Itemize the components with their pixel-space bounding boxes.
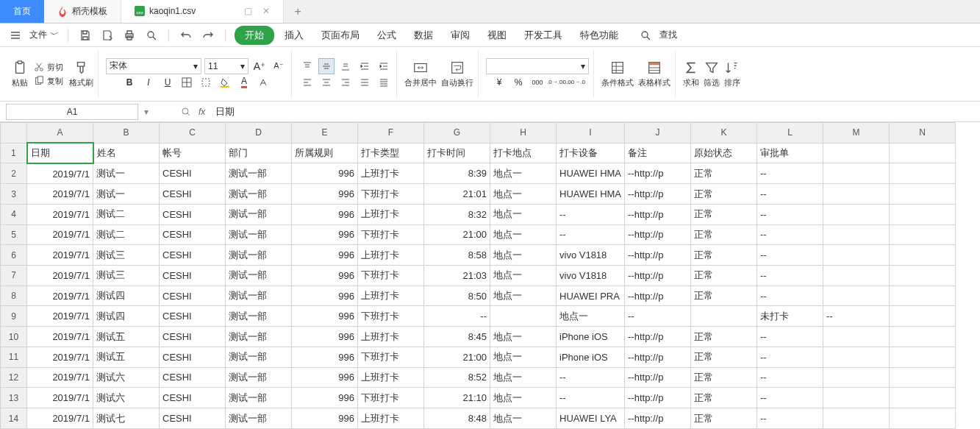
col-header-E[interactable]: E — [292, 123, 358, 143]
cell-N1[interactable] — [890, 143, 956, 163]
cell-I4[interactable]: -- — [557, 204, 625, 224]
cell-K6[interactable]: 正常 — [691, 245, 757, 266]
cell-K11[interactable]: 正常 — [691, 347, 757, 367]
cell-M1[interactable] — [823, 143, 890, 163]
row-header-4[interactable]: 4 — [1, 204, 27, 224]
print-icon[interactable] — [121, 27, 137, 43]
save-as-icon[interactable] — [99, 27, 115, 43]
cell-M4[interactable] — [823, 204, 890, 224]
cell-F5[interactable]: 下班打卡 — [358, 224, 424, 245]
cell-M5[interactable] — [823, 224, 890, 245]
cell-A10[interactable]: 2019/7/1 — [27, 327, 93, 347]
menu-4[interactable]: 数据 — [407, 26, 440, 45]
tab-csv[interactable]: csv kaoqin1.csv ▢ ✕ — [121, 0, 284, 23]
menu-0[interactable]: 开始 — [235, 26, 274, 45]
cell-B5[interactable]: 测试二 — [93, 224, 160, 245]
cell-E9[interactable]: 996 — [292, 306, 358, 327]
cell-G2[interactable]: 8:39 — [424, 163, 490, 184]
cell-H4[interactable]: 地点一 — [490, 204, 557, 224]
merge-button[interactable]: 合并居中 — [404, 60, 437, 88]
indent-decrease-icon[interactable] — [357, 58, 373, 74]
cell-N5[interactable] — [890, 224, 956, 245]
cell-J9[interactable]: -- — [625, 306, 691, 327]
cell-L5[interactable]: -- — [757, 224, 823, 245]
cell-E7[interactable]: 996 — [292, 266, 358, 286]
cell-A12[interactable]: 2019/7/1 — [27, 367, 93, 388]
cell-K4[interactable]: 正常 — [691, 204, 757, 224]
sum-button[interactable]: 求和 — [683, 60, 699, 88]
cell-F12[interactable]: 上班打卡 — [358, 367, 424, 388]
cell-N6[interactable] — [890, 245, 956, 266]
cell-I1[interactable]: 打卡设备 — [557, 143, 625, 163]
cell-K9[interactable] — [691, 306, 757, 327]
cell-I12[interactable]: -- — [557, 367, 625, 388]
cell-J14[interactable]: --http://p — [625, 408, 691, 429]
cell-N9[interactable] — [890, 306, 956, 327]
cell-K13[interactable]: 正常 — [691, 388, 757, 408]
cell-F10[interactable]: 上班打卡 — [358, 327, 424, 347]
cell-J10[interactable]: --http://p — [625, 327, 691, 347]
zoom-icon[interactable] — [178, 104, 194, 120]
cell-B6[interactable]: 测试三 — [93, 245, 160, 266]
cell-M3[interactable] — [823, 184, 890, 205]
row-header-6[interactable]: 6 — [1, 245, 27, 266]
fill-shape-button[interactable] — [198, 74, 214, 91]
cell-E11[interactable]: 996 — [292, 347, 358, 367]
copy-button[interactable]: 复制 — [32, 75, 65, 88]
menu-8[interactable]: 特色功能 — [573, 26, 626, 45]
cell-F11[interactable]: 下班打卡 — [358, 347, 424, 367]
cell-D7[interactable]: 测试一部 — [226, 266, 292, 286]
cell-B10[interactable]: 测试五 — [93, 327, 160, 347]
name-box[interactable]: A1 — [6, 104, 138, 120]
font-name-select[interactable]: 宋体▾ — [106, 58, 201, 74]
col-header-J[interactable]: J — [625, 123, 691, 143]
col-header-N[interactable]: N — [890, 123, 956, 143]
cell-J8[interactable]: --http://p — [625, 286, 691, 306]
phonetic-button[interactable] — [255, 74, 271, 91]
cell-C3[interactable]: CESHI — [160, 184, 226, 205]
font-size-select[interactable]: 11▾ — [204, 58, 248, 74]
cell-A3[interactable]: 2019/7/1 — [27, 184, 93, 205]
file-menu[interactable]: 文件﹀ — [29, 29, 59, 41]
align-left-icon[interactable] — [299, 74, 315, 91]
format-painter-button[interactable]: 格式刷 — [69, 60, 93, 88]
cell-I8[interactable]: HUAWEI PRA — [557, 286, 625, 306]
decrease-font-icon[interactable]: A⁻ — [271, 58, 287, 74]
cell-B4[interactable]: 测试二 — [93, 204, 160, 224]
cell-M6[interactable] — [823, 245, 890, 266]
cell-L1[interactable]: 审批单 — [757, 143, 823, 163]
col-header-K[interactable]: K — [691, 123, 757, 143]
cell-D13[interactable]: 测试一部 — [226, 388, 292, 408]
cell-M14[interactable] — [823, 408, 890, 429]
cell-F13[interactable]: 下班打卡 — [358, 388, 424, 408]
increase-font-icon[interactable]: A⁺ — [251, 58, 268, 74]
cell-M8[interactable] — [823, 286, 890, 306]
cell-N12[interactable] — [890, 367, 956, 388]
cell-D9[interactable]: 测试一部 — [226, 306, 292, 327]
cell-I11[interactable]: iPhone iOS — [557, 347, 625, 367]
comma-icon[interactable]: 000 — [529, 74, 546, 91]
col-header-I[interactable]: I — [557, 123, 625, 143]
cell-M13[interactable] — [823, 388, 890, 408]
cell-H2[interactable]: 地点一 — [490, 163, 557, 184]
redo-icon[interactable] — [200, 27, 216, 43]
percent-icon[interactable]: % — [510, 74, 526, 91]
cell-H13[interactable]: 地点一 — [490, 388, 557, 408]
cell-L6[interactable]: -- — [757, 245, 823, 266]
cell-G14[interactable]: 8:48 — [424, 408, 490, 429]
row-header-9[interactable]: 9 — [1, 306, 27, 327]
menu-5[interactable]: 审阅 — [443, 26, 477, 45]
row-header-2[interactable]: 2 — [1, 163, 27, 184]
cell-G13[interactable]: 21:10 — [424, 388, 490, 408]
save-icon[interactable] — [77, 27, 93, 43]
cell-L9[interactable]: 未打卡 — [757, 306, 823, 327]
cell-D1[interactable]: 部门 — [226, 143, 292, 163]
cell-K3[interactable]: 正常 — [691, 184, 757, 205]
decrease-decimal-icon[interactable]: .00→.0 — [568, 74, 584, 91]
close-icon[interactable]: ✕ — [262, 6, 270, 16]
row-header-13[interactable]: 13 — [1, 388, 27, 408]
cell-A9[interactable]: 2019/7/1 — [27, 306, 93, 327]
row-header-3[interactable]: 3 — [1, 184, 27, 205]
cell-H5[interactable]: 地点一 — [490, 224, 557, 245]
cell-I10[interactable]: iPhone iOS — [557, 327, 625, 347]
